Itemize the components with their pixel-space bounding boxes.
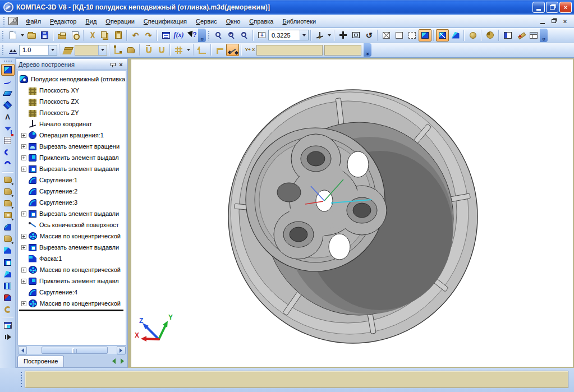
tree-item[interactable]: Скругление:1 [18, 174, 126, 186]
menu-help[interactable]: Справка [245, 16, 278, 26]
tree-item[interactable]: Вырезать элемент выдавли [18, 242, 126, 253]
ortho-drawing-button[interactable] [226, 44, 239, 56]
pipeline-panel-button[interactable] [1, 158, 15, 170]
tree-root-item[interactable]: Полудиск неподвижный (отливка [18, 73, 126, 85]
tree-item[interactable]: Скругление:4 [18, 287, 126, 298]
zoom-tool-button[interactable] [212, 29, 225, 41]
sketch-mode-button[interactable] [514, 29, 527, 41]
tree-item[interactable]: Скругление:2 [18, 186, 126, 197]
zoom-scale-combo[interactable]: 0.3225 [268, 30, 309, 40]
perspective-button[interactable] [449, 29, 462, 41]
tree-item[interactable]: Скругление:3 [18, 197, 126, 208]
snap-settings-button[interactable] [142, 44, 155, 56]
expander-icon[interactable] [21, 155, 26, 160]
print-button[interactable] [56, 29, 68, 41]
toolbar-grip[interactable] [2, 30, 4, 40]
grid-dropdown[interactable] [185, 44, 191, 56]
kinematic-operation-button[interactable] [1, 197, 15, 209]
grid-button[interactable] [172, 44, 185, 56]
model-fragment-button[interactable] [125, 44, 137, 56]
toolbar-grip[interactable] [2, 45, 4, 55]
tree-item[interactable]: Вырезать элемент выдавли [18, 208, 126, 219]
tree-item[interactable]: Фаска:1 [18, 253, 126, 264]
aux-geometry-panel-button[interactable] [1, 99, 15, 111]
shaded-wireframe-mode-button[interactable] [436, 29, 449, 41]
save-document-button[interactable] [38, 29, 51, 41]
snap-toggle-button[interactable] [155, 44, 168, 56]
print-preview-button[interactable] [68, 29, 81, 41]
filters-panel-button[interactable] [1, 123, 15, 135]
restore-button[interactable] [546, 2, 558, 13]
space-curves-panel-button[interactable] [1, 76, 15, 87]
open-document-button[interactable] [25, 29, 38, 41]
menubar-grip[interactable] [3, 16, 6, 26]
rotate-view-button[interactable]: ↺ [362, 29, 375, 41]
expander-icon[interactable] [21, 245, 26, 250]
menu-operations[interactable]: Операции [101, 16, 139, 26]
expander-icon[interactable] [21, 301, 26, 306]
hidden-lines-thin-button[interactable] [406, 29, 419, 41]
surfaces-panel-button[interactable] [1, 87, 15, 99]
orientation-button[interactable] [313, 29, 326, 41]
simplified-display-button[interactable] [466, 29, 479, 41]
hidden-lines-removed-button[interactable] [393, 29, 406, 41]
wireframe-mode-button[interactable] [380, 29, 393, 41]
redo-button[interactable]: ↷ [142, 29, 155, 41]
tree-item[interactable]: Массив по концентрической [18, 298, 126, 309]
model-viewport[interactable]: Z Y X [128, 58, 574, 368]
panel-expand-button[interactable] [1, 331, 15, 343]
orientation-dropdown[interactable] [326, 30, 332, 41]
tree-item[interactable]: Вырезать элемент вращени [18, 141, 126, 152]
undo-button[interactable]: ↶ [129, 29, 142, 41]
step-combo[interactable]: 1.0 [19, 45, 57, 56]
tree-item[interactable]: Начало координат [18, 118, 126, 130]
new-document-dropdown[interactable] [19, 30, 25, 41]
tree-item[interactable]: Плоскость XY [18, 85, 126, 96]
cut-extrude-tool-button[interactable] [1, 233, 15, 245]
tree-item[interactable]: Массив по концентрической [18, 264, 126, 275]
paste-button[interactable] [112, 29, 125, 41]
draft-tool-button[interactable] [1, 268, 15, 280]
build-end-pointer[interactable] [19, 310, 123, 311]
section-tool-button[interactable] [1, 319, 15, 331]
toolbar-overflow-button[interactable] [198, 29, 206, 42]
tab-construction[interactable]: Построение [17, 356, 64, 367]
corner-button[interactable] [213, 44, 226, 56]
conditional-marks-panel-button[interactable] [1, 146, 15, 158]
expander-icon[interactable] [21, 144, 26, 149]
geometry-calc-button[interactable] [112, 44, 125, 56]
scroll-left-button[interactable] [18, 346, 27, 354]
expander-icon[interactable] [21, 167, 26, 172]
panel-grip[interactable] [3, 60, 12, 62]
expander-icon[interactable] [21, 279, 26, 284]
document-type-icon[interactable] [8, 17, 18, 25]
tree-item[interactable]: Приклеить элемент выдавл [18, 152, 126, 163]
expander-icon[interactable] [21, 211, 26, 216]
array-tool-button[interactable] [1, 280, 15, 292]
revolve-operation-button[interactable] [1, 186, 15, 197]
halftone-display-button[interactable] [484, 29, 497, 41]
scroll-right-button[interactable] [117, 346, 126, 354]
menu-specification[interactable]: Спецификация [139, 16, 191, 26]
expander-icon[interactable] [21, 268, 26, 273]
zoom-in-button[interactable]: + [225, 29, 238, 41]
toolbar-overflow-button[interactable] [540, 29, 548, 42]
pan-button[interactable] [337, 29, 350, 41]
tree-item[interactable]: Вырезать элемент выдавли [18, 163, 126, 174]
chamfer-tool-button[interactable] [1, 245, 15, 256]
specification-panel-button[interactable] [1, 135, 15, 146]
menu-view[interactable]: Вид [81, 16, 101, 26]
tree-item[interactable]: Ось конической поверхност [18, 219, 126, 230]
expander-icon[interactable] [21, 133, 26, 138]
expressions-button[interactable]: f(x) [172, 29, 185, 41]
zoom-out-button[interactable]: − [238, 29, 251, 41]
show-all-button[interactable] [350, 29, 362, 41]
context-help-button[interactable] [185, 29, 198, 41]
rib-tool-button[interactable] [1, 292, 15, 303]
child-close-button[interactable]: × [561, 17, 570, 25]
close-button[interactable]: × [559, 2, 572, 13]
tab-scroll-right-button[interactable] [119, 357, 126, 365]
coordinates-button[interactable]: Y+ X [244, 44, 256, 56]
shaded-mode-button[interactable] [419, 29, 431, 41]
tab-scroll-left-button[interactable] [110, 357, 117, 365]
